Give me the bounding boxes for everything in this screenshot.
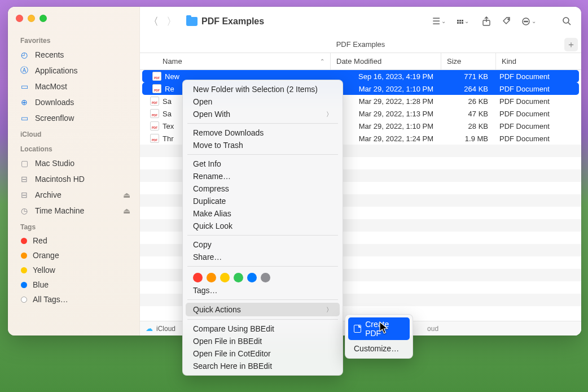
menu-new-folder[interactable]: New Folder with Selection (2 Items)	[183, 83, 343, 95]
close-window-button[interactable]	[16, 15, 23, 22]
tag-yellow[interactable]	[220, 273, 230, 282]
menu-search-bbedit[interactable]: Search Here in BBEdit	[183, 360, 343, 372]
icloud-header: iCloud	[8, 126, 139, 141]
file-icon	[150, 97, 159, 106]
tag-dot-icon	[21, 297, 27, 303]
group-button[interactable]: ⌄	[451, 14, 474, 29]
column-date[interactable]: Date Modified	[331, 53, 441, 69]
menu-compare-bbedit[interactable]: Compare Using BBEdit	[183, 323, 343, 335]
submenu-create-pdf[interactable]: Create PDF	[348, 317, 410, 340]
svg-point-5	[527, 21, 528, 22]
menu-open-bbedit[interactable]: Open File in BBEdit	[183, 335, 343, 347]
menu-open-coteditor[interactable]: Open File in CotEditor	[183, 347, 343, 360]
cloud-icon: ☁	[146, 324, 153, 333]
menu-separator	[187, 266, 338, 267]
forward-button[interactable]: 〉	[165, 15, 178, 28]
menu-remove-downloads[interactable]: Remove Downloads	[183, 127, 343, 139]
menu-copy[interactable]: Copy	[183, 238, 343, 251]
zoom-window-button[interactable]	[40, 15, 47, 22]
tag-orange[interactable]	[207, 273, 216, 282]
path-trail: oud	[427, 325, 438, 333]
computer-icon: ▢	[19, 158, 29, 168]
column-size[interactable]: Size	[441, 53, 496, 69]
apps-icon: Ⓐ	[19, 66, 29, 76]
search-button[interactable]	[559, 14, 574, 29]
tag-blue[interactable]	[247, 273, 257, 282]
sidebar-tag-red[interactable]: Red	[8, 233, 139, 248]
menu-make-alias[interactable]: Make Alias	[183, 207, 343, 220]
sidebar-all-tags[interactable]: All Tags…	[8, 292, 139, 307]
folder-icon	[186, 17, 198, 26]
svg-point-6	[563, 18, 569, 23]
tab-title[interactable]: PDF Examples	[336, 40, 385, 49]
svg-point-4	[525, 21, 526, 22]
sidebar-item-macmost[interactable]: ▭MacMost	[8, 79, 139, 94]
menu-share[interactable]: Share…	[183, 251, 343, 263]
toolbar: 〈 〉 PDF Examples ☰⌄ ⌄ ⌄	[140, 7, 581, 36]
document-icon	[354, 325, 361, 333]
disk-icon: ⊟	[19, 190, 29, 200]
menu-compress[interactable]: Compress	[183, 182, 343, 195]
sidebar-item-mac-studio[interactable]: ▢Mac Studio	[8, 155, 139, 171]
sidebar-item-screenflow[interactable]: ▭Screenflow	[8, 110, 139, 126]
sidebar-item-applications[interactable]: ⒶApplications	[8, 63, 139, 79]
menu-rename[interactable]: Rename…	[183, 170, 343, 182]
file-icon	[150, 121, 159, 130]
menu-duplicate[interactable]: Duplicate	[183, 195, 343, 207]
menu-separator	[187, 235, 338, 236]
menu-separator	[187, 123, 338, 124]
column-kind[interactable]: Kind	[496, 53, 581, 69]
menu-open[interactable]: Open	[183, 95, 343, 108]
back-button[interactable]: 〈	[147, 15, 160, 28]
sidebar-item-recents[interactable]: ◴Recents	[8, 47, 139, 63]
sidebar-item-archive[interactable]: ⊟Archive⏏	[8, 187, 139, 203]
menu-separator	[187, 319, 338, 320]
file-icon	[152, 72, 161, 81]
chevron-right-icon: 〉	[326, 110, 332, 119]
menu-separator	[187, 154, 338, 155]
tag-dot-icon	[21, 238, 27, 244]
window-title: PDF Examples	[201, 16, 264, 27]
path-segment[interactable]: iCloud	[156, 325, 175, 333]
context-menu: New Folder with Selection (2 Items) Open…	[182, 80, 343, 376]
sort-caret-icon: ⌃	[320, 58, 324, 64]
sidebar-item-macintosh-hd[interactable]: ⊟Macintosh HD	[8, 171, 139, 187]
tags-header: Tags	[8, 219, 139, 233]
minimize-window-button[interactable]	[28, 15, 35, 22]
file-icon	[150, 109, 159, 118]
sidebar-item-time-machine[interactable]: ◷Time Machine⏏	[8, 203, 139, 219]
menu-quick-actions[interactable]: Quick Actions〉	[186, 303, 340, 316]
submenu-customize[interactable]: Customize…	[348, 342, 410, 355]
favorites-header: Favorites	[8, 32, 139, 47]
tags-button[interactable]	[499, 14, 515, 29]
tag-red[interactable]	[193, 273, 203, 282]
quick-actions-submenu: Create PDF Customize…	[345, 314, 413, 359]
window-controls	[8, 14, 139, 32]
share-button[interactable]	[479, 14, 494, 29]
column-name[interactable]: Name⌃	[140, 53, 331, 69]
view-list-button[interactable]: ☰⌄	[431, 14, 447, 29]
sidebar-tag-yellow[interactable]: Yellow	[8, 263, 139, 277]
menu-get-info[interactable]: Get Info	[183, 158, 343, 170]
menu-move-to-trash[interactable]: Move to Trash	[183, 139, 343, 151]
download-icon: ⊕	[19, 97, 29, 107]
menu-tags[interactable]: Tags…	[183, 284, 343, 297]
tag-dot-icon	[21, 267, 27, 273]
sidebar-tag-orange[interactable]: Orange	[8, 248, 139, 263]
sidebar-tag-blue[interactable]: Blue	[8, 277, 139, 292]
timemachine-icon: ◷	[19, 206, 29, 216]
action-button[interactable]: ⌄	[519, 14, 538, 29]
sidebar: Favorites ◴Recents ⒶApplications ▭MacMos…	[8, 7, 140, 336]
eject-icon[interactable]: ⏏	[123, 190, 130, 199]
new-tab-button[interactable]: ＋	[564, 38, 578, 51]
tag-green[interactable]	[234, 273, 243, 282]
tag-gray[interactable]	[261, 273, 270, 282]
menu-open-with[interactable]: Open With〉	[183, 108, 343, 120]
tab-bar: PDF Examples ＋	[140, 36, 581, 53]
grid-icon	[457, 20, 463, 24]
menu-quick-look[interactable]: Quick Look	[183, 220, 343, 232]
file-icon	[150, 134, 159, 143]
sidebar-item-downloads[interactable]: ⊕Downloads	[8, 94, 139, 110]
disk-icon: ⊟	[19, 174, 29, 184]
eject-icon[interactable]: ⏏	[123, 206, 130, 215]
